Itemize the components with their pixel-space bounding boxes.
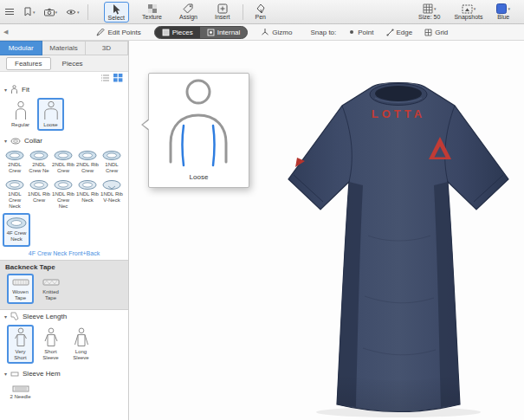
section-title: Sleeve Length (23, 313, 67, 320)
item-label: Regular (11, 122, 29, 128)
pieces-icon (162, 29, 170, 36)
item-label: Long Sleeve (69, 349, 93, 361)
collar-option[interactable]: 1NDL Crew (100, 149, 124, 175)
edit-points-button[interactable]: Edit Points (96, 28, 140, 36)
tool-label: Insert (215, 14, 230, 20)
collar-icon (53, 179, 74, 191)
colorway-control[interactable]: ▾ Blue (496, 3, 510, 20)
list-view-icon[interactable] (100, 74, 110, 82)
tab-modular[interactable]: Modular (0, 41, 42, 55)
gizmo-label: Gizmo (272, 29, 292, 36)
backneck-option-knitted[interactable]: Knitted Tape (37, 274, 64, 304)
pieces-internal-toggle: Pieces Internal (154, 26, 249, 39)
tab-3d[interactable]: 3D (86, 41, 128, 55)
collar-icon (4, 179, 25, 191)
tool-label: Select (108, 15, 125, 21)
internal-segment[interactable]: Internal (200, 27, 248, 38)
collar-icon (29, 179, 49, 191)
assign-tool-button[interactable]: Assign (175, 2, 202, 22)
internal-label: Internal (217, 29, 241, 36)
item-label: 4F Crew Neck (4, 230, 29, 242)
gizmo-button[interactable]: Gizmo (261, 28, 292, 36)
sleeve-hem-items: 2 Needle (0, 380, 128, 406)
collar-option[interactable]: 1NDL Rib Neck (75, 178, 100, 211)
fit-items: Regular Loose (0, 96, 128, 134)
item-label: 2NDL Crew Ne (28, 162, 50, 174)
subtab-pieces[interactable]: Pieces (54, 57, 92, 70)
view-toggle (0, 72, 128, 83)
size-control[interactable]: ▾ Size: 50 (418, 3, 440, 20)
section-header-fit[interactable]: ▾ Fit (0, 83, 128, 96)
collar-option[interactable]: 1NDL Rib Crew Nec (51, 178, 75, 211)
collar-front-back-link[interactable]: 4F Crew Neck Front+Back (0, 250, 128, 256)
section-title: Collar (24, 137, 42, 145)
person-icon (12, 100, 29, 121)
tab-materials[interactable]: Materials (42, 41, 85, 55)
collar-option[interactable]: 2NDL Rib Crew (51, 149, 75, 175)
hem-icon (11, 384, 30, 393)
item-label: 2NDL Rib Crew (52, 162, 74, 174)
section-header-sleeve-hem[interactable]: ▾ Sleeve Hem (0, 367, 128, 380)
size-label: Size: 50 (418, 14, 440, 20)
section-header-sleeve-length[interactable]: ▾ Sleeve Length (0, 310, 128, 323)
camera-icon[interactable]: ▾ (44, 8, 58, 16)
sleeve-option-short[interactable]: Short Sleeve (37, 325, 64, 364)
bookmark-icon[interactable]: ▾ (23, 7, 36, 16)
item-label: 1NDL Rib Neck (76, 191, 99, 204)
visibility-icon[interactable]: ▾ (66, 9, 80, 16)
pen-tool-button[interactable]: Pen (251, 2, 270, 22)
grid-view-icon[interactable] (113, 74, 123, 82)
fit-option-loose[interactable]: Loose (37, 98, 64, 131)
fit-option-regular[interactable]: Regular (7, 98, 34, 131)
collar-icon (5, 216, 28, 229)
snap-point-button[interactable]: Point (348, 29, 373, 36)
snap-grid-button[interactable]: Grid (424, 29, 448, 36)
insert-tool-button[interactable]: Insert (210, 2, 235, 22)
hem-option-2-needle[interactable]: 2 Needle (7, 382, 34, 403)
collar-items: 2NDL Crew 2NDL Crew Ne 2NDL Rib Crew 2ND… (0, 147, 128, 248)
subtab-features[interactable]: Features (6, 57, 51, 70)
tag-icon (183, 3, 193, 14)
collar-option[interactable]: 2NDL Crew Ne (27, 149, 51, 175)
backneck-option-woven[interactable]: Woven Tape (7, 274, 34, 304)
collar-option[interactable]: 1NDL Crew Neck (3, 178, 27, 211)
collar-option-selected[interactable]: 4F Crew Neck (3, 213, 30, 246)
pieces-segment[interactable]: Pieces (155, 27, 200, 38)
snap-edge-button[interactable]: Edge (386, 29, 413, 36)
collapse-arrow-icon: ▾ (4, 87, 7, 93)
snapshots-control[interactable]: ▾ Snapshots (454, 4, 482, 20)
item-label: 2NDL Crew (3, 162, 26, 174)
select-tool-button[interactable]: Select (104, 2, 129, 23)
colorway-label: Blue (497, 14, 509, 20)
sleeve-option-very-short[interactable]: Very Short (7, 325, 34, 364)
shirt-brand-text: LOTTA (372, 107, 425, 120)
pieces-label: Pieces (172, 29, 193, 36)
gizmo-axes-icon (261, 28, 269, 36)
fit-preview-flyout: Loose (148, 73, 249, 188)
collar-option[interactable]: 2NDL Crew (3, 149, 27, 175)
menu-icon[interactable] (4, 8, 15, 16)
tape-icon (42, 276, 61, 288)
cursor-icon (112, 3, 121, 15)
section-header-collar[interactable]: ▾ Collar (0, 134, 128, 147)
texture-tool-button[interactable]: Texture (138, 2, 166, 22)
internal-icon (207, 29, 215, 36)
collar-option[interactable]: 2NDL Rib Crew (75, 149, 100, 175)
toolbar-separator (87, 4, 88, 20)
item-label: 1NDL Rib Crew Nec (52, 191, 74, 210)
snapshot-icon: ▾ (462, 4, 476, 14)
tool-label: Pen (256, 14, 266, 20)
chevron-down-icon: ▾ (434, 6, 437, 11)
item-label: Loose (43, 122, 57, 128)
collar-icon (77, 150, 98, 161)
sleeve-option-long[interactable]: Long Sleeve (68, 325, 94, 364)
collar-icon (4, 150, 25, 161)
collar-option[interactable]: 1NDL Rib Crew (27, 178, 51, 211)
item-label: Short Sleeve (39, 349, 62, 361)
collar-option[interactable]: 1NDL Rib V-Neck (100, 178, 124, 211)
left-sidebar: Modular Materials 3D Features Pieces ▾ F… (0, 41, 129, 420)
snap-edge-label: Edge (397, 29, 413, 36)
checkerboard-icon (147, 3, 158, 14)
section-title: Backneck Tape (0, 263, 128, 271)
collapse-panel-icon[interactable]: ◀ (3, 29, 8, 36)
